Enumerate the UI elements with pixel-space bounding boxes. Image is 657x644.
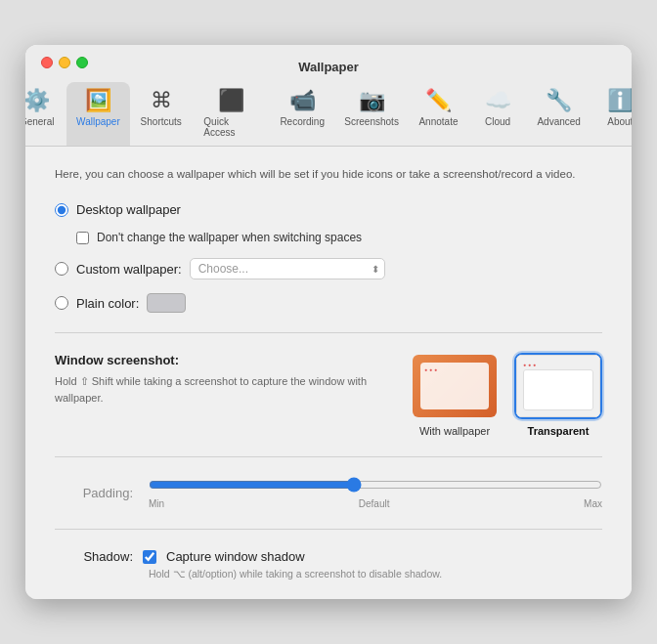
tab-wallpaper[interactable]: 🖼️ Wallpaper: [66, 82, 130, 146]
tab-recording[interactable]: 📹 Recording: [270, 82, 334, 146]
shortcuts-icon: ⌘: [151, 88, 172, 113]
padding-section: Padding: Min Default Max: [55, 477, 602, 509]
desktop-wallpaper-radio[interactable]: [55, 203, 68, 217]
description-text: Here, you can choose a wallpaper which w…: [55, 166, 602, 183]
tab-about[interactable]: ℹ️ About: [591, 82, 632, 146]
recording-icon: 📹: [289, 88, 316, 113]
shadow-section: Shadow: Capture window shadow Hold ⌥ (al…: [55, 549, 602, 580]
tab-shortcuts[interactable]: ⌘ Shortcuts: [130, 82, 192, 146]
padding-slider-container: Min Default Max: [149, 477, 602, 509]
tab-annotate-label: Annotate: [418, 116, 458, 127]
window-title: Wallpaper: [298, 60, 359, 74]
about-icon: ℹ️: [607, 88, 632, 113]
transparent-option: Transparent: [514, 353, 602, 437]
tab-quick-access-label: Quick Access: [203, 116, 258, 138]
transparent-label: Transparent: [528, 425, 590, 437]
with-wallpaper-thumb[interactable]: [411, 353, 499, 419]
padding-default-label: Default: [359, 498, 390, 509]
titlebar: Wallpaper ⚙️ General 🖼️ Wallpaper ⌘ Shor…: [25, 45, 632, 147]
maximize-button[interactable]: [76, 57, 88, 68]
app-window: Wallpaper ⚙️ General 🖼️ Wallpaper ⌘ Shor…: [25, 45, 632, 599]
plain-color-label: Plain color:: [76, 296, 139, 311]
shadow-label: Shadow:: [55, 549, 133, 564]
plain-color-radio[interactable]: [55, 296, 68, 310]
transparent-inner: [523, 369, 593, 410]
cloud-icon: ☁️: [485, 88, 511, 113]
tab-wallpaper-label: Wallpaper: [76, 116, 120, 127]
plain-color-row: Plain color:: [55, 293, 602, 313]
divider-1: [55, 332, 602, 333]
no-change-label: Don't change the wallpaper when switchin…: [97, 231, 362, 244]
traffic-lights: [41, 57, 88, 68]
plain-color-swatch[interactable]: [147, 293, 186, 313]
shadow-hint: Hold ⌥ (alt/option) while taking a scree…: [149, 568, 602, 580]
advanced-icon: 🔧: [546, 88, 572, 113]
custom-wallpaper-radio[interactable]: [55, 262, 68, 276]
annotate-icon: ✏️: [425, 88, 452, 113]
padding-slider[interactable]: [149, 477, 602, 493]
tab-screenshots[interactable]: 📷 Screenshots: [334, 82, 409, 146]
padding-max-label: Max: [584, 498, 602, 509]
custom-wallpaper-row: Custom wallpaper: Choose... ⬍: [55, 258, 602, 279]
window-screenshot-desc: Hold ⇧ Shift while taking a screenshot t…: [55, 373, 391, 406]
shadow-checkbox[interactable]: [143, 550, 156, 564]
shadow-row: Shadow: Capture window shadow: [55, 549, 602, 564]
screenshots-icon: 📷: [359, 88, 385, 113]
window-screenshot-left: Window screenshot: Hold ⇧ Shift while ta…: [55, 353, 391, 406]
custom-wallpaper-dropdown[interactable]: Choose...: [190, 258, 385, 279]
tab-general[interactable]: ⚙️ General: [25, 82, 66, 146]
tab-recording-label: Recording: [280, 116, 325, 127]
padding-label: Padding:: [55, 486, 133, 500]
no-change-row: Don't change the wallpaper when switchin…: [76, 231, 602, 244]
content-area: Here, you can choose a wallpaper which w…: [25, 147, 632, 599]
no-change-checkbox[interactable]: [76, 232, 89, 244]
with-wallpaper-label: With wallpaper: [419, 425, 490, 437]
window-screenshot-label: Window screenshot:: [55, 353, 391, 367]
desktop-wallpaper-row: Desktop wallpaper: [55, 202, 602, 217]
tab-annotate[interactable]: ✏️ Annotate: [409, 82, 468, 146]
custom-wallpaper-label: Custom wallpaper:: [76, 262, 182, 277]
with-wallpaper-option: With wallpaper: [411, 353, 499, 437]
padding-slider-labels: Min Default Max: [149, 498, 602, 509]
tab-advanced-label: Advanced: [537, 116, 580, 127]
shadow-checkbox-label: Capture window shadow: [166, 549, 305, 564]
transparent-thumb[interactable]: [514, 353, 602, 419]
tab-quick-access[interactable]: ⬛ Quick Access: [192, 82, 270, 146]
transparent-preview: [516, 355, 600, 417]
tab-shortcuts-label: Shortcuts: [141, 116, 182, 127]
with-wallpaper-preview: [413, 355, 497, 417]
tab-advanced[interactable]: 🔧 Advanced: [527, 82, 591, 146]
minimize-button[interactable]: [59, 57, 70, 68]
tab-cloud-label: Cloud: [485, 116, 510, 127]
quick-access-icon: ⬛: [218, 88, 244, 113]
tab-general-label: General: [25, 116, 54, 127]
window-screenshot-section: Window screenshot: Hold ⇧ Shift while ta…: [55, 353, 602, 437]
desktop-wallpaper-label: Desktop wallpaper: [76, 202, 181, 217]
tab-cloud[interactable]: ☁️ Cloud: [468, 82, 527, 146]
toolbar: ⚙️ General 🖼️ Wallpaper ⌘ Shortcuts ⬛ Qu…: [25, 82, 632, 146]
tab-screenshots-label: Screenshots: [344, 116, 399, 127]
window-screenshot-options: With wallpaper Transparent: [411, 353, 602, 437]
custom-wallpaper-dropdown-wrapper: Choose... ⬍: [190, 258, 385, 279]
tab-about-label: About: [607, 116, 632, 127]
padding-min-label: Min: [149, 498, 164, 509]
wallpaper-options: Desktop wallpaper Don't change the wallp…: [55, 202, 602, 313]
close-button[interactable]: [41, 57, 53, 68]
wallpaper-icon: 🖼️: [85, 88, 111, 113]
divider-2: [55, 456, 602, 457]
divider-3: [55, 529, 602, 530]
general-icon: ⚙️: [25, 88, 50, 113]
